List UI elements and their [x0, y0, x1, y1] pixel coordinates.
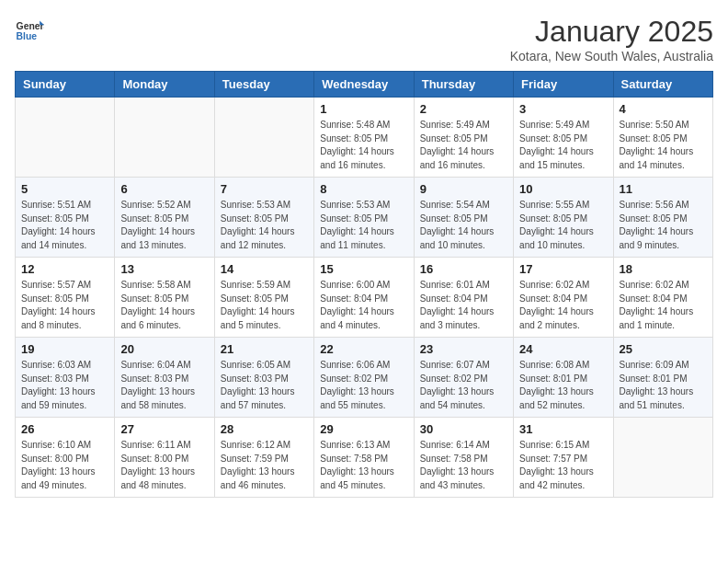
day-info: Sunrise: 5:55 AM Sunset: 8:05 PM Dayligh… [519, 199, 607, 252]
calendar-cell: 25Sunrise: 6:09 AM Sunset: 8:01 PM Dayli… [613, 338, 712, 418]
day-info: Sunrise: 5:57 AM Sunset: 8:05 PM Dayligh… [21, 279, 108, 332]
day-number: 13 [120, 262, 208, 276]
day-number: 10 [519, 182, 607, 196]
day-header-thursday: Thursday [414, 72, 513, 98]
day-header-saturday: Saturday [613, 72, 712, 98]
week-row-4: 19Sunrise: 6:03 AM Sunset: 8:03 PM Dayli… [16, 338, 713, 418]
day-info: Sunrise: 5:59 AM Sunset: 8:05 PM Dayligh… [221, 279, 308, 332]
day-info: Sunrise: 6:13 AM Sunset: 7:58 PM Dayligh… [320, 439, 407, 492]
day-number: 20 [120, 342, 208, 356]
calendar-cell: 15Sunrise: 6:00 AM Sunset: 8:04 PM Dayli… [314, 258, 414, 338]
week-row-5: 26Sunrise: 6:10 AM Sunset: 8:00 PM Dayli… [16, 418, 713, 498]
calendar-cell: 12Sunrise: 5:57 AM Sunset: 8:05 PM Dayli… [16, 258, 115, 338]
day-info: Sunrise: 6:11 AM Sunset: 8:00 PM Dayligh… [120, 439, 208, 492]
logo-icon: General Blue [15, 15, 44, 44]
calendar-cell: 5Sunrise: 5:51 AM Sunset: 8:05 PM Daylig… [16, 178, 115, 258]
day-number: 17 [519, 262, 607, 276]
title-block: January 2025 Kotara, New South Wales, Au… [510, 15, 713, 63]
calendar-cell: 26Sunrise: 6:10 AM Sunset: 8:00 PM Dayli… [16, 418, 115, 498]
calendar-cell: 20Sunrise: 6:04 AM Sunset: 8:03 PM Dayli… [115, 338, 214, 418]
day-info: Sunrise: 6:02 AM Sunset: 8:04 PM Dayligh… [519, 279, 607, 332]
day-number: 30 [420, 422, 507, 436]
day-info: Sunrise: 5:48 AM Sunset: 8:05 PM Dayligh… [320, 119, 407, 172]
calendar-header-row: SundayMondayTuesdayWednesdayThursdayFrid… [16, 72, 713, 98]
calendar-cell: 31Sunrise: 6:15 AM Sunset: 7:57 PM Dayli… [514, 418, 613, 498]
week-row-1: 1Sunrise: 5:48 AM Sunset: 8:05 PM Daylig… [16, 98, 713, 178]
calendar-cell: 6Sunrise: 5:52 AM Sunset: 8:05 PM Daylig… [115, 178, 214, 258]
day-info: Sunrise: 6:06 AM Sunset: 8:02 PM Dayligh… [320, 359, 407, 412]
day-info: Sunrise: 6:01 AM Sunset: 8:04 PM Dayligh… [420, 279, 507, 332]
day-info: Sunrise: 6:03 AM Sunset: 8:03 PM Dayligh… [21, 359, 108, 412]
day-info: Sunrise: 5:53 AM Sunset: 8:05 PM Dayligh… [221, 199, 308, 252]
day-number: 6 [120, 182, 208, 196]
day-header-friday: Friday [514, 72, 613, 98]
day-number: 26 [21, 422, 108, 436]
day-number: 8 [320, 182, 407, 196]
location: Kotara, New South Wales, Australia [510, 49, 713, 63]
day-info: Sunrise: 5:50 AM Sunset: 8:05 PM Dayligh… [620, 119, 707, 172]
day-header-sunday: Sunday [16, 72, 115, 98]
calendar-cell: 19Sunrise: 6:03 AM Sunset: 8:03 PM Dayli… [16, 338, 115, 418]
day-number: 11 [620, 182, 707, 196]
day-info: Sunrise: 5:58 AM Sunset: 8:05 PM Dayligh… [120, 279, 208, 332]
day-number: 29 [320, 422, 407, 436]
calendar-cell: 8Sunrise: 5:53 AM Sunset: 8:05 PM Daylig… [314, 178, 414, 258]
day-number: 24 [519, 342, 607, 356]
day-number: 12 [21, 262, 108, 276]
day-info: Sunrise: 6:15 AM Sunset: 7:57 PM Dayligh… [519, 439, 607, 492]
day-info: Sunrise: 5:53 AM Sunset: 8:05 PM Dayligh… [320, 199, 407, 252]
calendar-cell: 18Sunrise: 6:02 AM Sunset: 8:04 PM Dayli… [613, 258, 712, 338]
day-info: Sunrise: 5:51 AM Sunset: 8:05 PM Dayligh… [21, 199, 108, 252]
week-row-3: 12Sunrise: 5:57 AM Sunset: 8:05 PM Dayli… [16, 258, 713, 338]
calendar-cell [16, 98, 115, 178]
day-number: 19 [21, 342, 108, 356]
calendar-cell: 11Sunrise: 5:56 AM Sunset: 8:05 PM Dayli… [613, 178, 712, 258]
day-info: Sunrise: 5:52 AM Sunset: 8:05 PM Dayligh… [120, 199, 208, 252]
logo: General Blue [15, 15, 44, 44]
day-number: 21 [221, 342, 308, 356]
day-number: 25 [620, 342, 707, 356]
calendar-cell: 4Sunrise: 5:50 AM Sunset: 8:05 PM Daylig… [613, 98, 712, 178]
day-info: Sunrise: 5:49 AM Sunset: 8:05 PM Dayligh… [519, 119, 607, 172]
calendar-cell: 14Sunrise: 5:59 AM Sunset: 8:05 PM Dayli… [214, 258, 313, 338]
calendar-cell: 2Sunrise: 5:49 AM Sunset: 8:05 PM Daylig… [414, 98, 513, 178]
day-number: 9 [420, 182, 507, 196]
calendar-cell: 10Sunrise: 5:55 AM Sunset: 8:05 PM Dayli… [514, 178, 613, 258]
svg-text:Blue: Blue [17, 31, 38, 41]
day-number: 5 [21, 182, 108, 196]
calendar-cell: 7Sunrise: 5:53 AM Sunset: 8:05 PM Daylig… [214, 178, 313, 258]
calendar-cell [115, 98, 214, 178]
calendar-cell: 27Sunrise: 6:11 AM Sunset: 8:00 PM Dayli… [115, 418, 214, 498]
day-info: Sunrise: 5:56 AM Sunset: 8:05 PM Dayligh… [620, 199, 707, 252]
day-info: Sunrise: 6:10 AM Sunset: 8:00 PM Dayligh… [21, 439, 108, 492]
calendar-cell: 17Sunrise: 6:02 AM Sunset: 8:04 PM Dayli… [514, 258, 613, 338]
calendar-cell: 21Sunrise: 6:05 AM Sunset: 8:03 PM Dayli… [214, 338, 313, 418]
page-header: General Blue January 2025 Kotara, New So… [15, 15, 713, 63]
calendar-cell: 22Sunrise: 6:06 AM Sunset: 8:02 PM Dayli… [314, 338, 414, 418]
day-info: Sunrise: 5:49 AM Sunset: 8:05 PM Dayligh… [420, 119, 507, 172]
month-year: January 2025 [510, 15, 713, 49]
day-number: 28 [221, 422, 308, 436]
day-number: 23 [420, 342, 507, 356]
calendar-cell: 9Sunrise: 5:54 AM Sunset: 8:05 PM Daylig… [414, 178, 513, 258]
calendar-cell: 28Sunrise: 6:12 AM Sunset: 7:59 PM Dayli… [214, 418, 313, 498]
day-number: 22 [320, 342, 407, 356]
day-info: Sunrise: 6:05 AM Sunset: 8:03 PM Dayligh… [221, 359, 308, 412]
week-row-2: 5Sunrise: 5:51 AM Sunset: 8:05 PM Daylig… [16, 178, 713, 258]
day-info: Sunrise: 6:09 AM Sunset: 8:01 PM Dayligh… [620, 359, 707, 412]
day-number: 18 [620, 262, 707, 276]
calendar-cell: 1Sunrise: 5:48 AM Sunset: 8:05 PM Daylig… [314, 98, 414, 178]
day-info: Sunrise: 6:00 AM Sunset: 8:04 PM Dayligh… [320, 279, 407, 332]
day-number: 27 [120, 422, 208, 436]
day-info: Sunrise: 6:12 AM Sunset: 7:59 PM Dayligh… [221, 439, 308, 492]
day-info: Sunrise: 6:14 AM Sunset: 7:58 PM Dayligh… [420, 439, 507, 492]
calendar-cell: 23Sunrise: 6:07 AM Sunset: 8:02 PM Dayli… [414, 338, 513, 418]
day-number: 16 [420, 262, 507, 276]
calendar-cell [214, 98, 313, 178]
day-number: 14 [221, 262, 308, 276]
day-number: 31 [519, 422, 607, 436]
calendar-cell: 13Sunrise: 5:58 AM Sunset: 8:05 PM Dayli… [115, 258, 214, 338]
day-number: 2 [420, 102, 507, 116]
day-info: Sunrise: 6:02 AM Sunset: 8:04 PM Dayligh… [620, 279, 707, 332]
calendar-cell [613, 418, 712, 498]
